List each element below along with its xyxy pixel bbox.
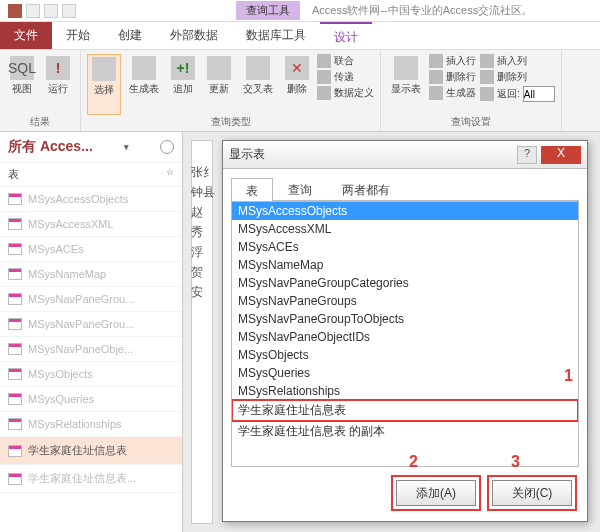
append-icon: +! xyxy=(171,56,195,80)
dialog-tab-both[interactable]: 两者都有 xyxy=(327,177,405,200)
dialog-titlebar[interactable]: 显示表 ? X xyxy=(223,141,587,169)
view-button[interactable]: SQL 视图 xyxy=(6,54,38,115)
passthrough-button[interactable]: 传递 xyxy=(317,70,374,84)
dialog-table-list[interactable]: MSysAccessObjectsMSysAccessXMLMSysACEsMS… xyxy=(231,201,579,467)
showtable-button[interactable]: 显示表 xyxy=(387,54,425,115)
crosstab-button[interactable]: 交叉表 xyxy=(239,54,277,115)
nav-item[interactable]: MSysAccessXML xyxy=(0,212,182,237)
dialog-list-item[interactable]: MSysNavPaneGroups xyxy=(232,292,578,310)
close-button[interactable]: X xyxy=(541,146,581,164)
close-button-wrap: 关闭(C) xyxy=(489,477,575,509)
dialog-list-item[interactable]: MSysQueries xyxy=(232,364,578,382)
dialog-list-item[interactable]: MSysACEs xyxy=(232,238,578,256)
union-button[interactable]: 联合 xyxy=(317,54,374,68)
select-query-button[interactable]: 选择 xyxy=(87,54,121,115)
dialog-list-item[interactable]: MSysNavPaneGroupCategories xyxy=(232,274,578,292)
nav-subheader[interactable]: 表 ☆ xyxy=(0,163,182,187)
nav-item[interactable]: 学生家庭住址信息表... xyxy=(0,465,182,493)
nav-item[interactable]: MSysNavPaneObje... xyxy=(0,337,182,362)
collapse-icon: ☆ xyxy=(166,167,174,182)
update-button[interactable]: 更新 xyxy=(203,54,235,115)
dialog-list-item[interactable]: MSysNavPaneObjectIDs xyxy=(232,328,578,346)
dialog-list-item[interactable]: MSysNameMap xyxy=(232,256,578,274)
navigation-pane: 所有 Acces... ▾ 表 ☆ MSysAccessObjectsMSysA… xyxy=(0,132,183,532)
datadef-icon xyxy=(317,86,331,100)
dialog-list-item[interactable]: 学生家庭住址信息表 xyxy=(232,400,578,421)
help-button[interactable]: ? xyxy=(517,146,537,164)
maketable-icon xyxy=(132,56,156,80)
table-icon xyxy=(8,268,22,280)
nav-item[interactable]: MSysRelationships xyxy=(0,412,182,437)
datadef-button[interactable]: 数据定义 xyxy=(317,86,374,100)
delete-cols-button[interactable]: 删除列 xyxy=(480,70,555,84)
nav-item[interactable]: MSysNavPaneGrou... xyxy=(0,287,182,312)
nav-item[interactable]: MSysQueries xyxy=(0,387,182,412)
tab-dbtools[interactable]: 数据库工具 xyxy=(232,22,320,49)
dialog-list-item[interactable]: MSysNavPaneGroupToObjects xyxy=(232,310,578,328)
qat-save-icon[interactable] xyxy=(26,4,40,18)
tab-file[interactable]: 文件 xyxy=(0,22,52,49)
table-icon xyxy=(8,193,22,205)
tab-external[interactable]: 外部数据 xyxy=(156,22,232,49)
insert-rows-button[interactable]: 插入行 xyxy=(429,54,476,68)
insert-cols-icon xyxy=(480,54,494,68)
nav-item[interactable]: MSysAccessObjects xyxy=(0,187,182,212)
quick-access-toolbar xyxy=(8,4,76,18)
add-button-wrap: 添加(A) xyxy=(393,477,479,509)
nav-item[interactable]: MSysNavPaneGrou... xyxy=(0,312,182,337)
builder-button[interactable]: 生成器 xyxy=(429,86,476,100)
table-icon xyxy=(8,243,22,255)
qat-redo-icon[interactable] xyxy=(62,4,76,18)
append-button[interactable]: +! 追加 xyxy=(167,54,199,115)
dialog-list-item[interactable]: MSysRelationships xyxy=(232,382,578,400)
dialog-title: 显示表 xyxy=(229,146,265,163)
run-button[interactable]: ! 运行 xyxy=(42,54,74,115)
run-icon: ! xyxy=(46,56,70,80)
nav-item[interactable]: MSysNameMap xyxy=(0,262,182,287)
nav-item-label: MSysAccessXML xyxy=(28,218,114,230)
delete-rows-button[interactable]: 删除行 xyxy=(429,70,476,84)
chevron-down-icon: ▾ xyxy=(124,142,129,152)
insert-cols-button[interactable]: 插入列 xyxy=(480,54,555,68)
sql-icon: SQL xyxy=(10,56,34,80)
ribbon: SQL 视图 ! 运行 结果 选择 生成表 +! 追加 xyxy=(0,50,600,132)
dialog-list-item[interactable]: MSysAccessXML xyxy=(232,220,578,238)
context-tab-query-tools: 查询工具 xyxy=(236,1,300,20)
delete-query-button[interactable]: ✕ 删除 xyxy=(281,54,313,115)
builder-icon xyxy=(429,86,443,100)
delete-query-icon: ✕ xyxy=(285,56,309,80)
nav-item-label: MSysNavPaneGrou... xyxy=(28,318,134,330)
ribbon-group-results: SQL 视图 ! 运行 结果 xyxy=(0,50,81,131)
insert-rows-icon xyxy=(429,54,443,68)
dialog-list-item[interactable]: MSysObjects xyxy=(232,346,578,364)
table-icon xyxy=(8,418,22,430)
add-button[interactable]: 添加(A) xyxy=(396,480,476,506)
table-icon xyxy=(8,218,22,230)
dialog-close-button[interactable]: 关闭(C) xyxy=(492,480,572,506)
annotation-1: 1 xyxy=(564,367,573,385)
dialog-tab-queries[interactable]: 查询 xyxy=(273,177,327,200)
nav-item-label: 学生家庭住址信息表... xyxy=(28,471,136,486)
tab-design[interactable]: 设计 xyxy=(320,22,372,49)
table-icon xyxy=(8,343,22,355)
dialog-list-item[interactable]: MSysAccessObjects xyxy=(232,202,578,220)
crosstab-icon xyxy=(246,56,270,80)
dialog-list-item[interactable]: 学生家庭住址信息表 的副本 xyxy=(232,421,578,442)
dialog-tab-tables[interactable]: 表 xyxy=(231,178,273,201)
return-row: 返回: xyxy=(480,86,555,102)
search-icon[interactable] xyxy=(160,140,174,154)
delete-rows-icon xyxy=(429,70,443,84)
annotation-3: 3 xyxy=(511,453,520,471)
partial-names: 张纟钟县赵秀浮贺安 xyxy=(191,162,215,302)
nav-item[interactable]: MSysACEs xyxy=(0,237,182,262)
tab-create[interactable]: 创建 xyxy=(104,22,156,49)
nav-item[interactable]: 学生家庭住址信息表 xyxy=(0,437,182,465)
return-icon xyxy=(480,87,494,101)
qat-undo-icon[interactable] xyxy=(44,4,58,18)
nav-list: MSysAccessObjectsMSysAccessXMLMSysACEsMS… xyxy=(0,187,182,493)
nav-header[interactable]: 所有 Acces... ▾ xyxy=(0,132,182,163)
tab-home[interactable]: 开始 xyxy=(52,22,104,49)
return-input[interactable] xyxy=(523,86,555,102)
maketable-button[interactable]: 生成表 xyxy=(125,54,163,115)
nav-item[interactable]: MSysObjects xyxy=(0,362,182,387)
